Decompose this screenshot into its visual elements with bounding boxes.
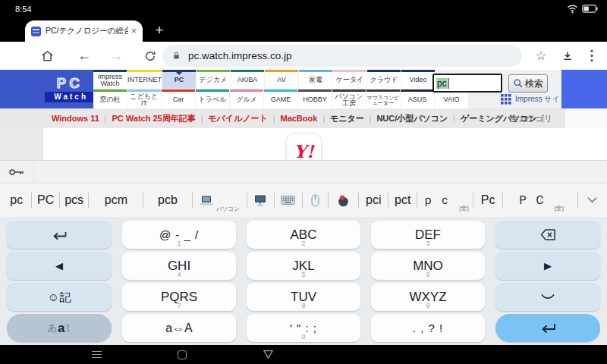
key-cursor-right[interactable]: ▶ [495, 252, 600, 280]
key-space[interactable] [495, 283, 600, 311]
password-key-button[interactable] [0, 161, 34, 184]
site-header: PC Watch Impress Watch INTERNET PC デジカメ … [0, 70, 607, 108]
keyboard-row2: ◀ GHI 4 JKL 5 MNO 6 ▶ [7, 252, 600, 280]
nav-mouse-computer[interactable]: マウスコンピューター [366, 89, 400, 108]
key-jkl[interactable]: JKL 5 [247, 252, 360, 280]
key-quote-symbols[interactable]: ' " : ; 0 [247, 314, 360, 342]
key-ghi[interactable]: GHI 4 [122, 252, 236, 280]
candidate[interactable]: pcm [89, 184, 143, 217]
key-symbols1[interactable]: @ - _ / 1 [122, 221, 236, 249]
recents-button[interactable] [175, 345, 189, 364]
battery-icon [582, 5, 598, 13]
reload-icon[interactable] [139, 42, 162, 70]
nav-cloud[interactable]: クラウド [367, 70, 401, 89]
new-tab-button[interactable]: + [149, 20, 170, 41]
keyboard-icon [281, 195, 295, 206]
candidate-trackball[interactable] [329, 184, 358, 217]
key-pqrs[interactable]: PQRS 7 [122, 283, 236, 311]
download-icon[interactable] [556, 42, 579, 70]
category-link[interactable]: NUC/小型パソコン [376, 113, 448, 124]
bookmark-star-icon[interactable]: ☆ [530, 42, 552, 70]
nav-ketai[interactable]: ケータイ [333, 70, 366, 89]
key-cursor-left[interactable]: ◀ [7, 252, 112, 280]
trackball-icon [337, 194, 350, 207]
candidate-fullwidth[interactable]: ｐｃ [全] [417, 184, 473, 217]
nav-video[interactable]: Video [401, 70, 435, 89]
home-icon[interactable] [36, 42, 58, 70]
nav-av[interactable]: AV [265, 70, 298, 89]
nav-madonomori[interactable]: 窓の杜 [93, 89, 127, 108]
site-nav-row1: Impress Watch INTERNET PC デジカメ AKIBA AV … [93, 70, 469, 89]
nav-travel[interactable]: トラベル [196, 89, 229, 108]
search-icon [513, 78, 524, 89]
key-undo[interactable] [7, 221, 112, 249]
key-case-toggle[interactable]: a⇔A [122, 314, 236, 342]
key-def[interactable]: DEF 3 [371, 221, 485, 249]
menu-icon[interactable] [580, 42, 603, 70]
back-nav-button[interactable] [261, 345, 275, 364]
key-mno[interactable]: MNO 6 [371, 252, 485, 280]
candidate[interactable]: pcb [143, 184, 191, 217]
nav-asus[interactable]: ASUS [401, 89, 434, 108]
candidate[interactable]: pcs [60, 184, 88, 217]
key-emoji-symbols[interactable]: ☺記 [7, 283, 112, 311]
category-link[interactable]: PC Watch 25周年記事 [112, 113, 195, 124]
key-punctuation[interactable]: . , ? ! [371, 314, 485, 342]
impress-sites-link[interactable]: Impress サイト [501, 94, 568, 105]
key-backspace[interactable] [495, 221, 600, 249]
nav-kodomo-it[interactable]: こどもとIT [127, 89, 161, 108]
site-search-input[interactable]: pc [432, 74, 502, 93]
chevron-down-icon [587, 196, 598, 204]
candidate[interactable]: pci [359, 184, 387, 217]
keyboard-switch-button[interactable] [90, 345, 103, 364]
category-link[interactable]: MacBook [280, 114, 317, 123]
nav-digicame[interactable]: デジカメ [197, 70, 230, 89]
enter-icon [538, 321, 558, 335]
category-row: Windows 11 | PC Watch 25周年記事 | モバイルノート |… [0, 108, 607, 128]
browser-tab[interactable]: PC/テクノロジーの総合情報 × [25, 20, 143, 42]
key-tuv[interactable]: TUV 8 [247, 283, 360, 311]
candidate[interactable]: pct [388, 184, 417, 217]
site-search-button[interactable]: 検索 [508, 74, 548, 93]
keyboard-row1: @ - _ / 1 ABC 2 DEF 3 [7, 221, 600, 249]
nav-car[interactable]: Car [162, 89, 195, 108]
wifi-icon [567, 4, 578, 14]
page-content: Y! [0, 128, 607, 160]
key-abc[interactable]: ABC 2 [247, 221, 360, 249]
key-input-mode[interactable]: あ a 1 [7, 314, 112, 342]
candidate-mouse[interactable] [303, 184, 329, 217]
category-link[interactable]: Windows 11 [52, 114, 99, 123]
category-links: Windows 11 | PC Watch 25周年記事 | モバイルノート |… [52, 108, 545, 128]
pcwatch-logo[interactable]: PC Watch [0, 70, 93, 108]
grid-icon [501, 94, 511, 105]
space-icon [540, 293, 555, 300]
candidate-fullwidth[interactable]: ＰＣ [全] [503, 184, 578, 217]
nav-game[interactable]: GAME [264, 89, 297, 108]
nav-internet[interactable]: INTERNET [127, 70, 162, 89]
all-categories-link[interactable]: 全カテゴリ [510, 108, 552, 128]
candidate-laptop[interactable]: パソコン [193, 184, 247, 217]
nav-impress-watch[interactable]: Impress Watch [93, 70, 127, 89]
address-bar[interactable]: pc.watch.impress.co.jp [162, 45, 522, 67]
tab-strip: PC/テクノロジーの総合情報 × + [0, 19, 607, 42]
nav-gourmet[interactable]: グルメ [230, 89, 263, 108]
key-wxyz[interactable]: WXYZ 9 [371, 283, 485, 311]
nav-akiba[interactable]: AKIBA [231, 70, 264, 89]
expand-candidates-button[interactable] [578, 184, 605, 217]
back-triangle-icon [263, 350, 274, 359]
candidate-desktop[interactable] [247, 184, 275, 217]
category-link[interactable]: モニター [330, 113, 364, 124]
tab-close-icon[interactable]: × [131, 26, 137, 36]
candidate[interactable]: Pc [473, 184, 502, 217]
candidate[interactable]: pc [2, 184, 31, 217]
back-icon[interactable]: ← [73, 42, 96, 70]
candidate[interactable]: PC [32, 184, 59, 217]
candidate-keyboard[interactable] [275, 184, 302, 217]
nav-hobby[interactable]: HOBBY [298, 89, 332, 108]
nav-pc[interactable]: PC [162, 70, 196, 89]
nav-kaden[interactable]: 家電 [299, 70, 332, 89]
nav-pc-koubou[interactable]: パソコン工房 [332, 89, 366, 108]
category-link[interactable]: モバイルノート [208, 113, 268, 124]
key-enter[interactable] [495, 314, 600, 342]
logo-line2: Watch [45, 92, 93, 102]
